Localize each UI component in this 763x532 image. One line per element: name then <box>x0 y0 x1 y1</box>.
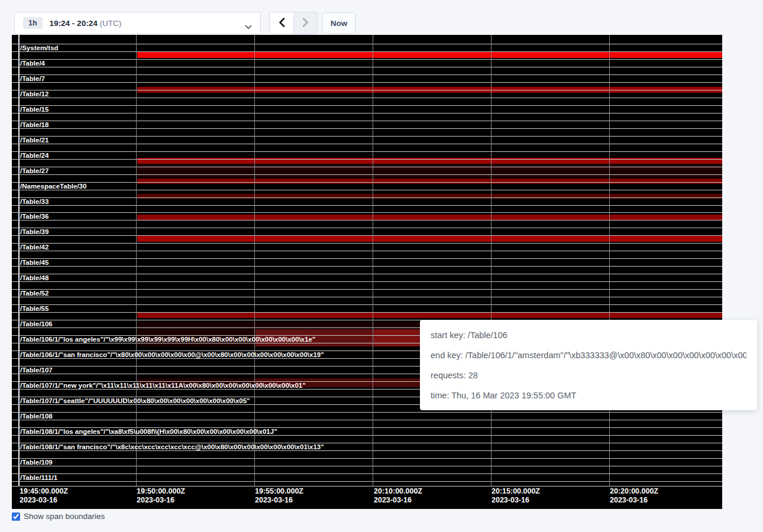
row-label: /Table/108/1/"los angeles"/"\xa8\xf5\u00… <box>20 427 277 436</box>
row-label: /Table/111/1 <box>20 473 57 482</box>
row-label: /Table/107/1/"new york"/"\x11\x11\x11\x1… <box>20 381 306 390</box>
row-label: /Table/107 <box>20 366 53 375</box>
heat-band <box>137 215 722 220</box>
span-boundary-line <box>12 105 722 106</box>
time-gridline <box>373 35 373 486</box>
row-label: /Table/15 <box>20 105 49 114</box>
span-boundaries-control: Show span boundaries <box>12 512 105 521</box>
row-label: /Table/21 <box>20 136 49 145</box>
key-visualizer-page: 1h 19:24 - 20:24 (UTC) Now <box>0 0 763 532</box>
span-boundary-line <box>12 297 722 297</box>
tooltip-time: time: Thu, 16 Mar 2023 19:55:00 GMT <box>431 385 746 406</box>
span-boundary-line <box>12 458 722 459</box>
span-boundary-line <box>12 59 722 60</box>
span-boundary-line <box>12 190 722 190</box>
heat-band <box>137 164 722 171</box>
row-label: /Table/7 <box>20 74 45 83</box>
span-boundary-line <box>12 258 722 259</box>
span-boundary-line <box>12 128 722 129</box>
prev-range-button[interactable] <box>270 12 293 34</box>
key-visualizer-canvas[interactable]: /System/tsd/Table/4/Table/7/Table/12/Tab… <box>12 35 722 509</box>
row-label: /Table/52 <box>20 289 49 298</box>
span-boundary-line <box>12 67 722 67</box>
time-gridline <box>491 35 492 486</box>
heat-band <box>137 194 722 199</box>
span-boundary-line <box>12 159 722 160</box>
time-range-dropdown[interactable]: 1h 19:24 - 20:24 (UTC) <box>14 12 261 34</box>
show-span-boundaries-label: Show span boundaries <box>24 512 105 521</box>
tooltip-end-key: end key: /Table/106/1/"amsterdam"/"\xb33… <box>431 345 746 365</box>
span-boundary-line <box>12 167 722 167</box>
row-label: /System/tsd <box>20 44 59 53</box>
span-boundary-line <box>12 197 722 198</box>
span-boundary-line <box>12 144 722 144</box>
chevron-left-icon <box>279 18 285 29</box>
heat-band <box>137 236 722 242</box>
row-label: /Table/108/1/"san francisco"/"\x8c\xcc\x… <box>20 443 324 452</box>
span-boundary-line <box>12 174 722 175</box>
now-button[interactable]: Now <box>322 12 355 34</box>
span-boundary-line <box>12 74 722 75</box>
row-label: /Table/4 <box>20 59 45 68</box>
time-gridline <box>254 35 255 486</box>
range-times: 19:24 - 20:24 <box>50 19 98 28</box>
row-label: /NamespaceTable/30 <box>20 182 86 191</box>
span-boundary-line <box>12 182 722 183</box>
chevron-down-icon <box>245 21 252 32</box>
span-boundary-line <box>12 481 722 482</box>
span-boundary-line <box>12 274 722 274</box>
span-boundary-line <box>12 205 722 206</box>
row-label: /Table/42 <box>20 243 49 252</box>
hover-tooltip: start key: /Table/106 end key: /Table/10… <box>420 320 757 410</box>
span-boundary-line <box>12 220 722 220</box>
row-label: /Table/106/1/"san francisco"/"\x80\x00\x… <box>20 351 324 359</box>
heat-band <box>137 312 722 318</box>
show-span-boundaries-checkbox[interactable] <box>12 512 20 521</box>
x-axis-tick: 19:45:00.000Z2023-03-16 <box>20 487 68 505</box>
span-boundary-line <box>12 98 722 98</box>
span-boundary-line <box>12 121 722 121</box>
x-axis-tick: 20:15:00.000Z2023-03-16 <box>492 487 540 505</box>
row-label: /Table/24 <box>20 151 49 160</box>
span-boundary-line <box>12 473 722 474</box>
span-boundary-line <box>12 312 722 313</box>
span-boundary-line <box>12 90 722 90</box>
span-boundary-line <box>12 486 722 486</box>
time-gridline <box>136 35 137 486</box>
row-label: /Table/55 <box>20 304 49 313</box>
x-axis-tick: 20:10:00.000Z2023-03-16 <box>374 487 422 505</box>
row-label: /Table/48 <box>20 274 49 283</box>
span-boundary-line <box>12 266 722 267</box>
span-boundary-line <box>12 304 722 305</box>
span-boundary-line <box>12 212 722 213</box>
span-boundary-line <box>12 420 722 420</box>
axis-gap-line <box>18 35 20 486</box>
next-range-button[interactable] <box>293 12 317 34</box>
row-label: /Table/36 <box>20 212 49 221</box>
span-boundary-line <box>12 281 722 282</box>
span-boundary-line <box>12 51 722 52</box>
row-label: /Table/106/1/"los angeles"/"\x99\x99\x99… <box>20 335 315 344</box>
heat-band <box>137 52 722 58</box>
span-boundary-line <box>12 235 722 236</box>
row-label: /Table/27 <box>20 167 49 176</box>
row-label: /Table/12 <box>20 90 49 99</box>
row-label: /Table/45 <box>20 258 49 267</box>
row-label: /Table/33 <box>20 197 49 206</box>
x-axis-tick: 19:55:00.000Z2023-03-16 <box>255 487 303 505</box>
span-boundary-line <box>12 228 722 228</box>
time-controls: 1h 19:24 - 20:24 (UTC) Now <box>0 0 763 35</box>
span-boundary-line <box>12 82 722 83</box>
span-boundary-line <box>12 251 722 251</box>
range-timezone: (UTC) <box>99 19 121 28</box>
span-boundary-line <box>12 136 722 137</box>
x-axis-tick: 20:20:00.000Z2023-03-16 <box>610 487 658 505</box>
range-label: 19:24 - 20:24 (UTC) <box>50 19 122 28</box>
span-boundary-line <box>12 412 722 413</box>
time-gridline <box>609 35 610 486</box>
span-boundary-line <box>12 289 722 290</box>
tooltip-start-key: start key: /Table/106 <box>431 325 746 345</box>
tooltip-requests: requests: 28 <box>431 365 746 385</box>
span-boundary-line <box>12 466 722 466</box>
row-label: /Table/39 <box>20 228 49 236</box>
